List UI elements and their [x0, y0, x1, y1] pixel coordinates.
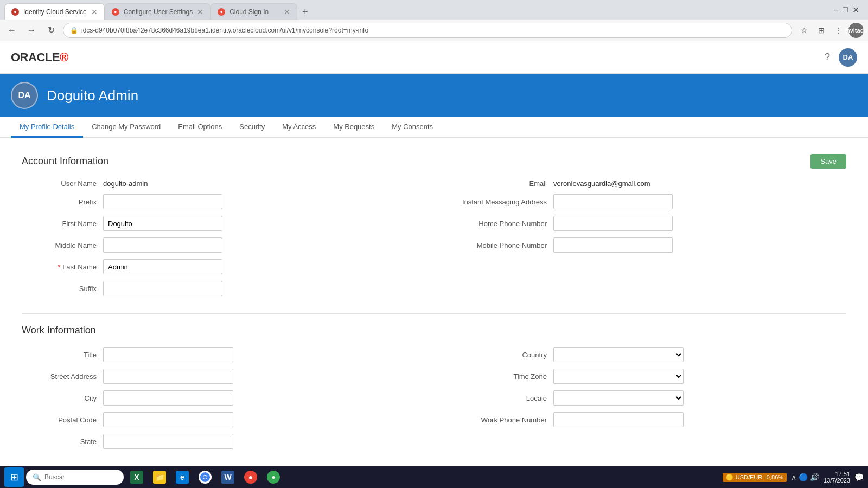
label-street: Street Address: [22, 373, 103, 381]
form-row-im: Instant Messaging Address: [445, 194, 846, 209]
tab-close-3[interactable]: ✕: [284, 8, 290, 16]
input-workphone[interactable]: [553, 412, 684, 427]
input-street[interactable]: [103, 369, 233, 384]
label-lastname: Last Name: [22, 263, 103, 271]
label-homephone: Home Phone Number: [445, 220, 553, 228]
label-country: Country: [445, 351, 553, 359]
tab-my-requests[interactable]: My Requests: [324, 117, 383, 138]
tab-email-options[interactable]: Email Options: [169, 117, 231, 138]
tab-label-2: Configure User Settings: [124, 8, 193, 16]
input-city[interactable]: [103, 390, 233, 406]
oracle-logo: ORACLE®: [11, 50, 68, 65]
label-prefix: Prefix: [22, 198, 103, 206]
label-middlename: Middle Name: [22, 241, 103, 249]
help-button[interactable]: ?: [825, 52, 830, 63]
select-timezone[interactable]: [553, 369, 684, 384]
input-firstname[interactable]: [103, 216, 222, 231]
input-middlename[interactable]: [103, 237, 222, 253]
form-row-city: City: [22, 390, 423, 406]
tab-close-2[interactable]: ✕: [197, 8, 203, 16]
label-im: Instant Messaging Address: [445, 198, 553, 206]
tab-close-1[interactable]: ✕: [91, 8, 98, 16]
menu-button[interactable]: ⋮: [831, 23, 846, 38]
label-title: Title: [22, 351, 103, 359]
form-row-middlename: Middle Name: [22, 237, 423, 253]
label-city: City: [22, 394, 103, 402]
account-right-column: Email veronievasguardia@gmail.com Instan…: [445, 179, 846, 303]
work-right-column: Country Time Zone Locale: [445, 347, 846, 455]
input-mobilephone[interactable]: [553, 237, 673, 253]
tab-favicon-oracle: ●: [11, 8, 19, 16]
form-row-street: Street Address: [22, 369, 423, 384]
label-email: Email: [445, 179, 553, 188]
tab-favicon-cloud: ●: [218, 8, 225, 16]
input-homephone[interactable]: [553, 216, 673, 231]
input-postal[interactable]: [103, 412, 233, 427]
form-row-suffix: Suffix: [22, 281, 423, 296]
banner-user-name: Doguito Admin: [47, 87, 138, 104]
form-row-postal: Postal Code: [22, 412, 423, 427]
form-row-timezone: Time Zone: [445, 369, 846, 384]
save-button[interactable]: Save: [810, 154, 846, 169]
form-row-homephone: Home Phone Number: [445, 216, 846, 231]
tab-my-consents[interactable]: My Consents: [383, 117, 442, 138]
form-row-prefix: Prefix: [22, 194, 423, 209]
tab-cloud-sign-in[interactable]: ● Cloud Sign In ✕: [210, 3, 297, 20]
maximize-button[interactable]: □: [843, 5, 848, 15]
tab-my-access[interactable]: My Access: [273, 117, 324, 138]
form-row-workphone: Work Phone Number: [445, 412, 846, 427]
label-locale: Locale: [445, 394, 553, 402]
tab-identity-cloud[interactable]: ● Identity Cloud Service ✕: [4, 3, 105, 20]
tab-configure-settings[interactable]: ● Configure User Settings ✕: [105, 3, 210, 20]
browser-profile[interactable]: Invitado: [848, 23, 864, 38]
input-prefix[interactable]: [103, 194, 222, 209]
tab-label-1: Identity Cloud Service: [23, 8, 87, 16]
bookmark-button[interactable]: ☆: [796, 23, 812, 38]
input-suffix[interactable]: [103, 281, 222, 296]
section-divider: [22, 313, 846, 314]
label-state: State: [22, 438, 103, 446]
oracle-header: ORACLE® ? DA: [0, 41, 868, 74]
refresh-button[interactable]: ↻: [43, 23, 59, 38]
label-timezone: Time Zone: [445, 373, 553, 381]
account-info-header: Account Information Save: [22, 154, 846, 169]
forward-button[interactable]: →: [24, 23, 39, 38]
tab-security[interactable]: Security: [231, 117, 273, 138]
form-row-state: State: [22, 434, 423, 449]
form-row-locale: Locale: [445, 390, 846, 406]
label-postal: Postal Code: [22, 416, 103, 424]
input-im[interactable]: [553, 194, 673, 209]
browser-toolbar: ← → ↻ 🔒 idcs-d940b070f8ba42e78c366d46a19…: [0, 20, 868, 41]
user-avatar-header[interactable]: DA: [839, 48, 857, 67]
lock-icon: 🔒: [70, 27, 78, 34]
account-info-form: User Name doguito-admin Prefix First Nam…: [22, 179, 846, 303]
header-right: ? DA: [825, 48, 857, 67]
tab-favicon-config: ●: [112, 8, 119, 16]
form-row-firstname: First Name: [22, 216, 423, 231]
address-bar[interactable]: 🔒 idcs-d940b070f8ba42e78c366d46a19b8ea1.…: [63, 23, 792, 38]
form-row-lastname: Last Name: [22, 259, 423, 274]
label-username: User Name: [22, 179, 103, 188]
input-lastname[interactable]: [103, 259, 222, 274]
value-email: veronievasguardia@gmail.com: [553, 179, 650, 188]
tab-my-profile[interactable]: My Profile Details: [11, 117, 83, 138]
tab-label-3: Cloud Sign In: [229, 8, 269, 16]
main-content: Account Information Save User Name dogui…: [0, 138, 868, 466]
tab-change-password[interactable]: Change My Password: [83, 117, 169, 138]
work-info-form: Title Street Address City: [22, 347, 846, 455]
account-info-title: Account Information: [22, 156, 108, 167]
select-country[interactable]: [553, 347, 684, 362]
back-button[interactable]: ←: [4, 23, 20, 38]
close-button[interactable]: ✕: [852, 5, 859, 15]
label-firstname: First Name: [22, 220, 103, 228]
profile-banner: DA Doguito Admin: [0, 74, 868, 117]
minimize-button[interactable]: –: [833, 5, 838, 15]
form-row-title: Title: [22, 347, 423, 362]
input-title[interactable]: [103, 347, 233, 362]
select-locale[interactable]: [553, 390, 684, 406]
input-state[interactable]: [103, 434, 233, 449]
url-text: idcs-d940b070f8ba42e78c366d46a19b8ea1.id…: [81, 27, 368, 34]
new-tab-button[interactable]: +: [297, 4, 312, 20]
extensions-button[interactable]: ⊞: [814, 23, 829, 38]
banner-avatar: DA: [11, 82, 38, 109]
